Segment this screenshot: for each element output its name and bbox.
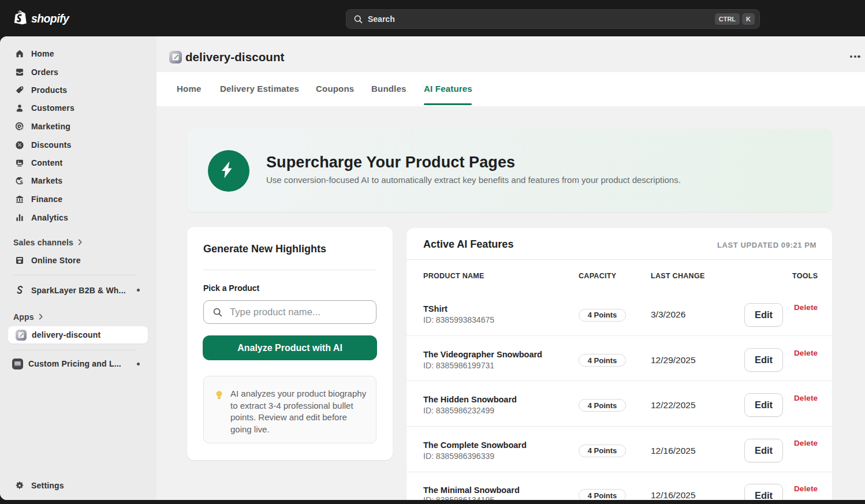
svg-text:$: $	[20, 180, 23, 185]
